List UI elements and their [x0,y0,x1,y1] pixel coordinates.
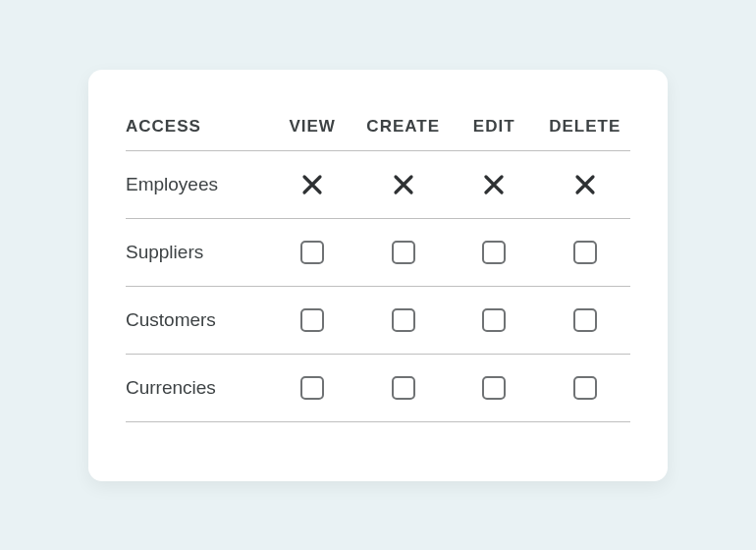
denied-x-icon [392,173,415,196]
cell-currencies-delete [539,354,630,421]
table-row: Customers [126,286,630,354]
checkbox-suppliers-delete[interactable] [573,241,597,264]
checkbox-customers-view[interactable] [300,308,324,332]
checkbox-suppliers-create[interactable] [392,241,415,264]
permissions-body: EmployeesSuppliersCustomersCurrencies [126,150,630,421]
row-label-currencies: Currencies [126,354,267,421]
denied-x-icon [300,173,324,196]
permissions-header-row: ACCESS VIEW CREATE EDIT DELETE [126,107,630,151]
checkbox-customers-create[interactable] [392,308,415,332]
checkbox-customers-edit[interactable] [482,308,506,332]
checkbox-currencies-delete[interactable] [573,376,597,400]
denied-x-icon [573,173,597,196]
table-row: Currencies [126,354,630,421]
cell-currencies-view [267,354,358,421]
checkbox-suppliers-edit[interactable] [482,241,506,264]
header-access: ACCESS [126,107,267,151]
table-row: Suppliers [126,218,630,286]
row-label-customers: Customers [126,286,267,354]
cell-customers-edit [449,286,540,354]
cell-customers-view [267,286,358,354]
permissions-table: ACCESS VIEW CREATE EDIT DELETE Employees… [126,107,630,422]
header-view: VIEW [267,107,358,151]
checkbox-currencies-create[interactable] [392,376,415,400]
cell-customers-create [357,286,449,354]
header-edit: EDIT [449,107,540,151]
cell-employees-edit [449,150,540,218]
cell-employees-create [357,150,449,218]
cell-suppliers-create [357,218,449,286]
permissions-card: ACCESS VIEW CREATE EDIT DELETE Employees… [88,70,668,481]
cell-employees-delete [539,150,630,218]
row-label-suppliers: Suppliers [126,218,267,286]
cell-suppliers-view [267,218,358,286]
checkbox-currencies-view[interactable] [300,376,324,400]
cell-employees-view [267,150,358,218]
cell-suppliers-delete [539,218,630,286]
denied-x-icon [482,173,506,196]
checkbox-currencies-edit[interactable] [482,376,506,400]
cell-suppliers-edit [449,218,540,286]
header-create: CREATE [357,107,449,151]
checkbox-suppliers-view[interactable] [300,241,324,264]
row-label-employees: Employees [126,150,267,218]
header-delete: DELETE [539,107,630,151]
cell-currencies-create [357,354,449,421]
checkbox-customers-delete[interactable] [573,308,597,332]
table-row: Employees [126,150,630,218]
cell-customers-delete [539,286,630,354]
cell-currencies-edit [449,354,540,421]
